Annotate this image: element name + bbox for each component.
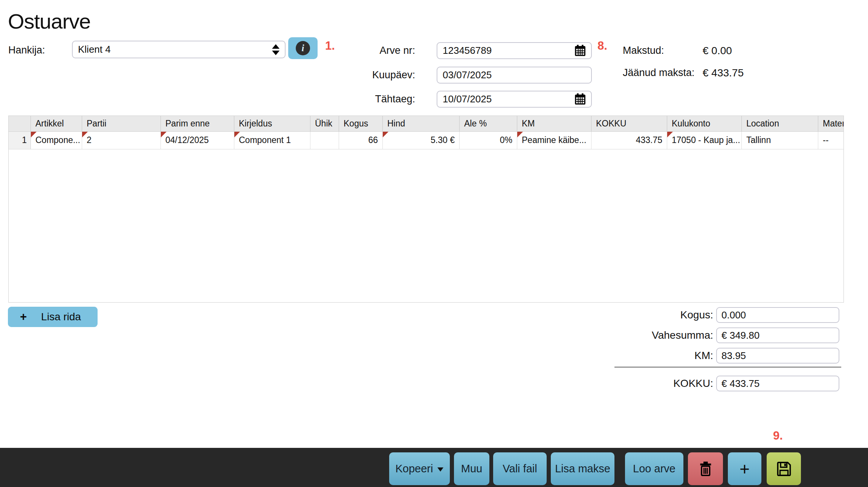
annotation-9: 9. <box>773 429 783 443</box>
supplier-info-button[interactable]: i <box>288 37 318 59</box>
save-button[interactable] <box>767 452 801 485</box>
column-header-hind: Hind <box>383 116 460 131</box>
artikkel-cell[interactable]: Compone... <box>31 132 82 149</box>
plus-icon: + <box>20 310 27 324</box>
km-cell[interactable]: Peamine käibe... <box>517 132 591 149</box>
paid-value: € 0.00 <box>703 42 732 59</box>
table-header-row: Artikkel Partii Parim enne Kirjeldus Ühi… <box>9 116 844 132</box>
column-header-kulukonto: Kulukonto <box>667 116 742 131</box>
totals-km-input[interactable] <box>716 348 839 364</box>
choose-file-button[interactable]: Vali fail <box>493 452 547 485</box>
bottom-toolbar: Kopeeri Muu Vali fail Lisa makse Loo arv… <box>0 448 868 487</box>
purchase-invoice-page: Ostuarve Hankija: Klient 4 i Arve nr: Ku… <box>0 0 868 487</box>
create-invoice-button[interactable]: Loo arve <box>625 452 683 485</box>
column-header-km: KM <box>517 116 591 131</box>
trash-icon <box>697 460 714 478</box>
invoice-number-input[interactable] <box>437 42 592 59</box>
table-row: 1 Compone... 2 04/12/2025 Component 1 66… <box>9 132 844 149</box>
info-icon: i <box>296 41 310 55</box>
kirjeldus-cell[interactable]: Component 1 <box>234 132 310 149</box>
invoice-date-label: Kuupäev: <box>325 67 415 84</box>
caret-down-icon <box>437 467 443 472</box>
totals-vahesumma-label: Vahesumma: <box>588 327 713 343</box>
uhik-cell[interactable] <box>310 132 339 149</box>
add-button[interactable]: + <box>728 452 761 485</box>
invoice-number-label: Arve nr: <box>325 42 415 59</box>
ale-cell[interactable]: 0% <box>460 132 517 149</box>
totals-divider <box>614 367 841 368</box>
add-payment-label: Lisa makse <box>555 463 610 475</box>
column-header-kokku: KOKKU <box>591 116 667 131</box>
floppy-disk-icon <box>775 460 793 478</box>
amount-due-label: Jäänud maksta: <box>623 64 695 81</box>
line-items-table: Artikkel Partii Parim enne Kirjeldus Ühi… <box>8 116 844 303</box>
annotation-1: 1. <box>325 39 335 53</box>
add-row-button[interactable]: + Lisa rida <box>8 307 98 327</box>
other-button-label: Muu <box>461 463 482 475</box>
parim-enne-cell[interactable]: 04/12/2025 <box>161 132 234 149</box>
column-header-materjal: Materjal <box>818 116 844 131</box>
invoice-date-input[interactable] <box>437 67 592 84</box>
due-date-label: Tähtaeg: <box>325 91 415 108</box>
supplier-select-value: Klient 4 <box>78 44 111 55</box>
copy-button-label: Kopeeri <box>396 463 433 475</box>
add-payment-button[interactable]: Lisa makse <box>551 452 614 485</box>
paid-label: Makstud: <box>623 42 664 59</box>
page-title: Ostuarve <box>8 9 90 33</box>
column-header-kogus: Kogus <box>339 116 383 131</box>
column-header-rownum <box>9 116 31 131</box>
annotation-8: 8. <box>598 39 607 53</box>
kokku-cell[interactable]: 433.75 <box>591 132 667 149</box>
choose-file-label: Vali fail <box>503 463 537 475</box>
totals-vahesumma-input[interactable] <box>716 327 839 343</box>
row-number-cell: 1 <box>9 132 31 149</box>
column-header-ale: Ale % <box>460 116 517 131</box>
supplier-select[interactable]: Klient 4 <box>72 41 286 58</box>
materjal-cell[interactable]: -- <box>818 132 844 149</box>
column-header-parim-enne: Parim enne <box>161 116 234 131</box>
create-invoice-label: Loo arve <box>633 463 675 475</box>
totals-kogus-input[interactable] <box>716 307 839 323</box>
totals-kogus-label: Kogus: <box>588 307 713 323</box>
supplier-label: Hankija: <box>8 42 45 59</box>
amount-due-value: € 433.75 <box>703 64 744 81</box>
plus-icon: + <box>740 460 750 478</box>
totals-km-label: KM: <box>588 348 713 364</box>
location-cell[interactable]: Tallinn <box>742 132 818 149</box>
other-button[interactable]: Muu <box>454 452 489 485</box>
partii-cell[interactable]: 2 <box>82 132 161 149</box>
hind-cell[interactable]: 5.30 € <box>383 132 460 149</box>
up-down-arrows-icon <box>272 44 280 55</box>
column-header-kirjeldus: Kirjeldus <box>234 116 310 131</box>
totals-kokku-input[interactable] <box>716 376 839 391</box>
totals-kokku-label: KOKKU: <box>588 376 713 391</box>
due-date-input[interactable] <box>437 91 592 108</box>
delete-button[interactable] <box>688 452 723 485</box>
kulukonto-cell[interactable]: 17050 - Kaup ja... <box>667 132 742 149</box>
column-header-location: Location <box>742 116 818 131</box>
kogus-cell[interactable]: 66 <box>339 132 383 149</box>
add-row-label: Lisa rida <box>41 311 81 323</box>
copy-button[interactable]: Kopeeri <box>389 452 450 485</box>
column-header-uhik: Ühik <box>310 116 339 131</box>
column-header-artikkel: Artikkel <box>31 116 82 131</box>
column-header-partii: Partii <box>82 116 161 131</box>
